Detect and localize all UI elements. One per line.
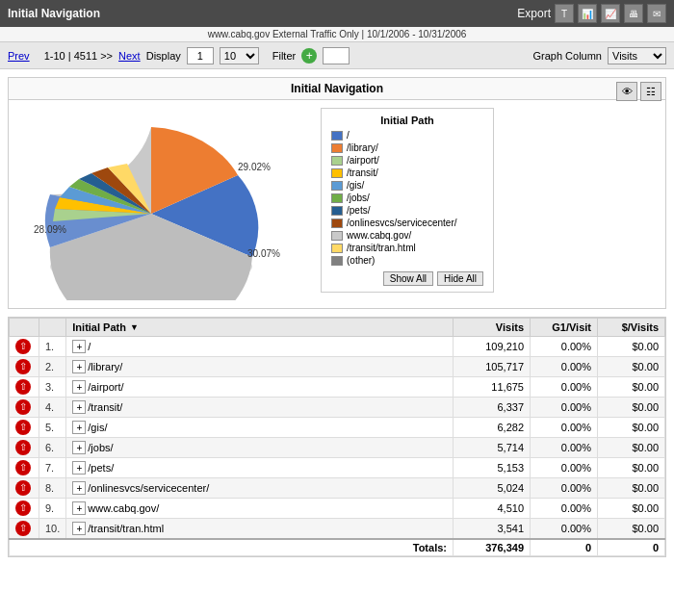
totals-label: Totals: (10, 539, 454, 556)
row-path: +/library/ (66, 357, 454, 377)
row-expand-icon[interactable]: ⇧ (10, 377, 39, 398)
expand-icon[interactable]: + (72, 421, 86, 434)
prev-link[interactable]: Prev (8, 50, 30, 62)
row-g1: 0.00% (531, 478, 598, 499)
row-expand-icon[interactable]: ⇧ (10, 458, 39, 478)
display-count-select[interactable]: 10 25 50 100 (220, 47, 259, 64)
legend-color-swatch (331, 244, 343, 253)
row-number: 9. (39, 499, 66, 519)
expand-icon[interactable]: + (72, 400, 86, 414)
legend-item: /airport/ (331, 155, 483, 166)
row-visits: 5,153 (454, 458, 531, 478)
legend-item-label: /gis/ (347, 180, 364, 191)
next-link[interactable]: Next (118, 50, 141, 62)
totals-dollars: 0 (598, 539, 665, 556)
row-path: +/jobs/ (66, 438, 454, 458)
expand-icon[interactable]: + (72, 441, 86, 454)
legend-item-label: /pets/ (347, 205, 370, 216)
add-filter-icon[interactable]: + (301, 48, 317, 64)
col-header-visits[interactable]: Visits (454, 319, 531, 337)
title-bar: Initial Navigation Export T 📊 📈 🖶 ✉ (0, 0, 674, 27)
export-text-icon[interactable]: T (555, 4, 574, 23)
nav-bar: Prev 1-10 | 4511 >> Next Display 10 25 5… (0, 42, 674, 69)
legend-item: / (331, 130, 483, 141)
row-dollars: $0.00 (598, 438, 665, 458)
totals-row: Totals: 376,349 0 0 (10, 539, 665, 556)
row-visits: 5,024 (454, 478, 531, 499)
row-expand-icon[interactable]: ⇧ (10, 519, 39, 540)
row-number: 4. (39, 398, 66, 418)
display-value-input[interactable] (187, 47, 214, 64)
row-expand-icon[interactable]: ⇧ (10, 337, 39, 357)
graph-column-label: Graph Column (532, 50, 602, 62)
legend-title: Initial Path (331, 115, 483, 126)
legend-color-swatch (331, 181, 343, 191)
range-text: 1-10 | 4511 >> (44, 50, 113, 62)
print-icon[interactable]: 🖶 (624, 4, 643, 23)
expand-icon[interactable]: + (72, 380, 86, 394)
row-dollars: $0.00 (598, 377, 665, 398)
row-visits: 6,337 (454, 398, 531, 418)
graph-column-select[interactable]: Visits G1/Visit $/Visits (608, 47, 666, 64)
row-number: 2. (39, 357, 66, 377)
expand-icon[interactable]: + (72, 501, 86, 515)
expand-icon[interactable]: + (72, 340, 86, 353)
table-row: ⇧ 1. +/ 109,210 0.00% $0.00 (10, 337, 665, 357)
row-visits: 6,282 (454, 418, 531, 438)
row-expand-icon[interactable]: ⇧ (10, 438, 39, 458)
info-bar: www.cabq.gov External Traffic Only | 10/… (0, 27, 674, 42)
row-number: 7. (39, 458, 66, 478)
row-dollars: $0.00 (598, 337, 665, 357)
show-all-button[interactable]: Show All (383, 271, 433, 286)
legend-item-label: /onlinesvcs/servicecenter/ (347, 218, 457, 228)
row-dollars: $0.00 (598, 418, 665, 438)
filter-label: Filter (272, 50, 296, 62)
legend-color-swatch (331, 256, 343, 266)
svg-text:28.09%: 28.09% (34, 224, 66, 235)
row-expand-icon[interactable]: ⇧ (10, 499, 39, 519)
chart-body: 29.02% 30.07% 28.09% Initial Path //libr… (9, 100, 665, 308)
row-expand-icon[interactable]: ⇧ (10, 478, 39, 499)
row-expand-icon[interactable]: ⇧ (10, 398, 39, 418)
legend-buttons: Show All Hide All (331, 271, 483, 286)
legend-color-swatch (331, 168, 343, 178)
chart-icon-buttons: 👁 ☷ (616, 82, 661, 101)
legend-color-swatch (331, 231, 343, 241)
email-icon[interactable]: ✉ (647, 4, 666, 23)
row-dollars: $0.00 (598, 357, 665, 377)
col-header-num (39, 319, 66, 337)
chart-legend: Initial Path //library//airport//transit… (321, 108, 494, 293)
row-expand-icon[interactable]: ⇧ (10, 418, 39, 438)
row-g1: 0.00% (531, 357, 598, 377)
expand-icon[interactable]: + (72, 481, 86, 495)
col-header-dollars[interactable]: $/Visits (598, 319, 665, 337)
col-header-g1[interactable]: G1/Visit (531, 319, 598, 337)
legend-item: (other) (331, 255, 483, 266)
export-chart-icon[interactable]: 📈 (601, 4, 620, 23)
row-visits: 105,717 (454, 357, 531, 377)
hide-all-button[interactable]: Hide All (437, 271, 483, 286)
col-header-path[interactable]: Initial Path ▼ (66, 319, 454, 337)
legend-item: /transit/tran.html (331, 243, 483, 253)
legend-item: /transit/ (331, 167, 483, 178)
legend-item-label: /library/ (347, 142, 378, 153)
table-row: ⇧ 2. +/library/ 105,717 0.00% $0.00 (10, 357, 665, 377)
filter-input[interactable] (323, 47, 350, 64)
export-table-icon[interactable]: 📊 (578, 4, 597, 23)
legend-color-swatch (331, 218, 343, 228)
chart-view-icon[interactable]: 👁 (616, 82, 637, 101)
row-number: 5. (39, 418, 66, 438)
expand-icon[interactable]: + (72, 360, 86, 373)
legend-item: /pets/ (331, 205, 483, 216)
row-expand-icon[interactable]: ⇧ (10, 357, 39, 377)
expand-icon[interactable]: + (72, 522, 86, 535)
page-range (36, 50, 39, 62)
legend-item-label: / (347, 130, 350, 141)
legend-color-swatch (331, 156, 343, 166)
chart-table-icon[interactable]: ☷ (640, 82, 661, 101)
legend-color-swatch (331, 143, 343, 153)
expand-icon[interactable]: + (72, 461, 86, 475)
row-visits: 5,714 (454, 438, 531, 458)
legend-item-label: /transit/ (347, 167, 378, 178)
row-g1: 0.00% (531, 519, 598, 540)
